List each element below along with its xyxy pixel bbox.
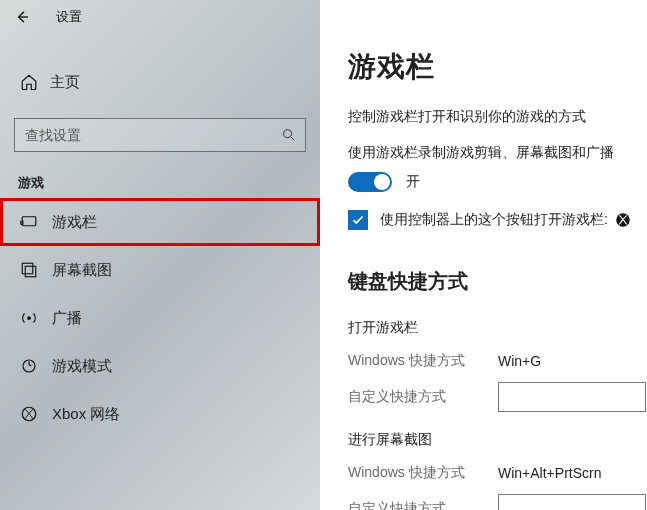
sidebar-home[interactable]: 主页 xyxy=(0,60,320,104)
broadcast-icon xyxy=(20,309,38,327)
sidebar-group-title: 游戏 xyxy=(18,174,320,192)
shortcut-custom-label: 自定义快捷方式 xyxy=(348,500,498,510)
shortcut-group-open-gamebar: 打开游戏栏 Windows 快捷方式 Win+G 自定义快捷方式 xyxy=(348,319,647,413)
gamebar-toggle-row: 开 xyxy=(348,172,647,192)
sidebar-item-label: Xbox 网络 xyxy=(52,405,120,424)
home-icon xyxy=(20,73,38,91)
sidebar-search[interactable] xyxy=(14,118,306,152)
sidebar: 设置 主页 游戏 游戏栏 屏幕截图 xyxy=(0,0,320,510)
back-button[interactable] xyxy=(6,3,38,31)
shortcut-win-value: Win+G xyxy=(498,353,541,369)
controller-check-row: 使用控制器上的这个按钮打开游戏栏: xyxy=(348,210,647,230)
gamebar-toggle-state: 开 xyxy=(406,173,420,191)
page-title: 游戏栏 xyxy=(348,48,647,86)
xbox-logo-icon xyxy=(614,211,632,229)
sidebar-item-game-bar[interactable]: 游戏栏 xyxy=(0,198,320,246)
shortcut-win-label: Windows 快捷方式 xyxy=(348,352,498,370)
sidebar-item-label: 屏幕截图 xyxy=(52,261,112,280)
shortcut-group-title: 进行屏幕截图 xyxy=(348,431,647,449)
titlebar: 设置 xyxy=(0,0,320,34)
sidebar-item-xbox-network[interactable]: Xbox 网络 xyxy=(0,390,320,438)
check-icon xyxy=(351,213,365,227)
svg-rect-1 xyxy=(22,217,36,226)
shortcut-group-title: 打开游戏栏 xyxy=(348,319,647,337)
sidebar-item-captures[interactable]: 屏幕截图 xyxy=(0,246,320,294)
svg-rect-3 xyxy=(22,263,33,274)
shortcuts-heading: 键盘快捷方式 xyxy=(348,268,647,295)
shortcut-custom-label: 自定义快捷方式 xyxy=(348,388,498,406)
shortcut-group-screenshot: 进行屏幕截图 Windows 快捷方式 Win+Alt+PrtScrn 自定义快… xyxy=(348,431,647,510)
shortcut-custom-input[interactable] xyxy=(498,494,646,510)
record-description: 使用游戏栏录制游戏剪辑、屏幕截图和广播 xyxy=(348,144,647,162)
sidebar-item-label: 游戏模式 xyxy=(52,357,112,376)
sidebar-item-broadcast[interactable]: 广播 xyxy=(0,294,320,342)
shortcut-win-label: Windows 快捷方式 xyxy=(348,464,498,482)
controller-checkbox[interactable] xyxy=(348,210,368,230)
content-pane: 游戏栏 控制游戏栏打开和识别你的游戏的方式 使用游戏栏录制游戏剪辑、屏幕截图和广… xyxy=(320,0,647,510)
settings-window: 设置 主页 游戏 游戏栏 屏幕截图 xyxy=(0,0,647,510)
sidebar-home-label: 主页 xyxy=(50,73,80,92)
sidebar-item-label: 游戏栏 xyxy=(52,213,97,232)
shortcut-win-value: Win+Alt+PrtScrn xyxy=(498,465,601,481)
game-bar-icon xyxy=(20,213,38,231)
gamebar-toggle[interactable] xyxy=(348,172,392,192)
page-description: 控制游戏栏打开和识别你的游戏的方式 xyxy=(348,108,647,126)
arrow-left-icon xyxy=(14,9,30,25)
sidebar-item-game-mode[interactable]: 游戏模式 xyxy=(0,342,320,390)
xbox-icon xyxy=(20,405,38,423)
game-mode-icon xyxy=(20,357,38,375)
captures-icon xyxy=(20,261,38,279)
controller-checkbox-label: 使用控制器上的这个按钮打开游戏栏: xyxy=(380,211,608,229)
svg-rect-4 xyxy=(25,266,36,277)
svg-point-0 xyxy=(284,130,292,138)
search-input[interactable] xyxy=(25,127,281,143)
svg-point-5 xyxy=(27,316,31,320)
shortcut-custom-input[interactable] xyxy=(498,382,646,412)
sidebar-item-label: 广播 xyxy=(52,309,82,328)
window-title: 设置 xyxy=(56,9,82,26)
search-icon xyxy=(281,127,297,143)
